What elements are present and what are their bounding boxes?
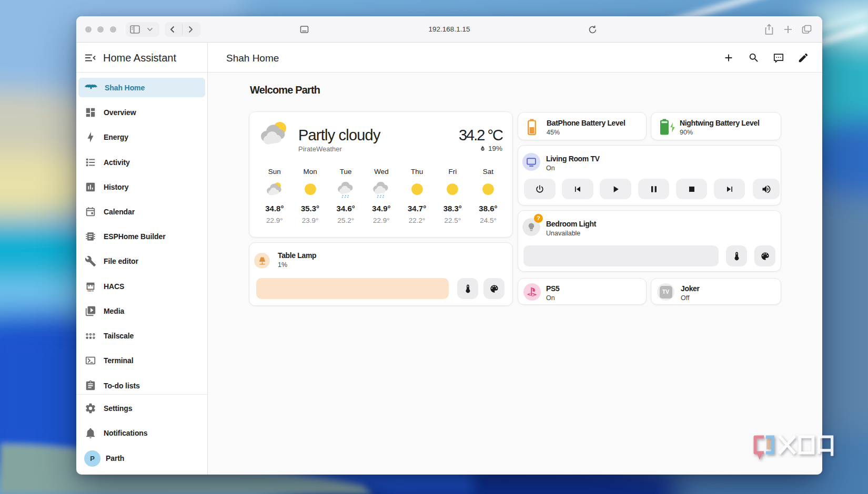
- svg-text:HACS: HACS: [87, 290, 94, 292]
